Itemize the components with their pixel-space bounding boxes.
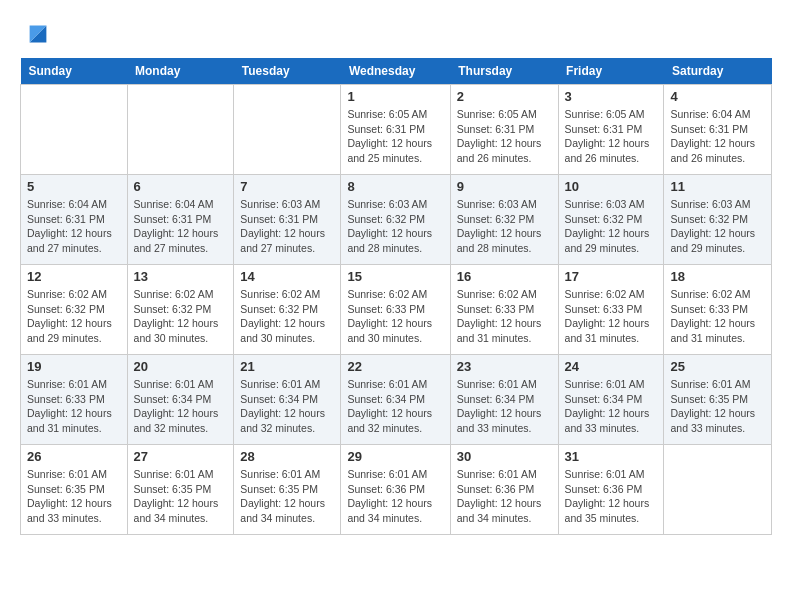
day-info: Sunrise: 6:03 AM Sunset: 6:32 PM Dayligh…: [347, 197, 443, 256]
day-number: 11: [670, 179, 765, 194]
day-info: Sunrise: 6:05 AM Sunset: 6:31 PM Dayligh…: [457, 107, 552, 166]
day-number: 22: [347, 359, 443, 374]
day-number: 10: [565, 179, 658, 194]
day-number: 7: [240, 179, 334, 194]
day-number: 25: [670, 359, 765, 374]
day-number: 20: [134, 359, 228, 374]
day-number: 3: [565, 89, 658, 104]
calendar-cell: [21, 85, 128, 175]
day-number: 27: [134, 449, 228, 464]
day-number: 2: [457, 89, 552, 104]
calendar-cell: 18Sunrise: 6:02 AM Sunset: 6:33 PM Dayli…: [664, 265, 772, 355]
calendar-week-row: 19Sunrise: 6:01 AM Sunset: 6:33 PM Dayli…: [21, 355, 772, 445]
weekday-header: Saturday: [664, 58, 772, 85]
weekday-header: Wednesday: [341, 58, 450, 85]
day-number: 6: [134, 179, 228, 194]
day-info: Sunrise: 6:01 AM Sunset: 6:35 PM Dayligh…: [134, 467, 228, 526]
day-number: 8: [347, 179, 443, 194]
calendar-cell: 1Sunrise: 6:05 AM Sunset: 6:31 PM Daylig…: [341, 85, 450, 175]
day-number: 4: [670, 89, 765, 104]
day-info: Sunrise: 6:03 AM Sunset: 6:32 PM Dayligh…: [457, 197, 552, 256]
day-info: Sunrise: 6:01 AM Sunset: 6:34 PM Dayligh…: [457, 377, 552, 436]
calendar-cell: 4Sunrise: 6:04 AM Sunset: 6:31 PM Daylig…: [664, 85, 772, 175]
day-info: Sunrise: 6:01 AM Sunset: 6:34 PM Dayligh…: [240, 377, 334, 436]
calendar-cell: 19Sunrise: 6:01 AM Sunset: 6:33 PM Dayli…: [21, 355, 128, 445]
calendar-cell: 31Sunrise: 6:01 AM Sunset: 6:36 PM Dayli…: [558, 445, 664, 535]
day-info: Sunrise: 6:02 AM Sunset: 6:33 PM Dayligh…: [347, 287, 443, 346]
day-info: Sunrise: 6:01 AM Sunset: 6:35 PM Dayligh…: [670, 377, 765, 436]
day-number: 26: [27, 449, 121, 464]
calendar-cell: 29Sunrise: 6:01 AM Sunset: 6:36 PM Dayli…: [341, 445, 450, 535]
calendar-cell: 5Sunrise: 6:04 AM Sunset: 6:31 PM Daylig…: [21, 175, 128, 265]
day-number: 24: [565, 359, 658, 374]
day-info: Sunrise: 6:01 AM Sunset: 6:35 PM Dayligh…: [240, 467, 334, 526]
day-info: Sunrise: 6:02 AM Sunset: 6:32 PM Dayligh…: [27, 287, 121, 346]
day-info: Sunrise: 6:01 AM Sunset: 6:36 PM Dayligh…: [347, 467, 443, 526]
day-number: 18: [670, 269, 765, 284]
page-header: [20, 20, 772, 48]
calendar-cell: 24Sunrise: 6:01 AM Sunset: 6:34 PM Dayli…: [558, 355, 664, 445]
day-number: 30: [457, 449, 552, 464]
calendar-week-row: 1Sunrise: 6:05 AM Sunset: 6:31 PM Daylig…: [21, 85, 772, 175]
day-info: Sunrise: 6:03 AM Sunset: 6:31 PM Dayligh…: [240, 197, 334, 256]
weekday-header: Monday: [127, 58, 234, 85]
weekday-header: Friday: [558, 58, 664, 85]
calendar-cell: 3Sunrise: 6:05 AM Sunset: 6:31 PM Daylig…: [558, 85, 664, 175]
calendar-cell: [127, 85, 234, 175]
calendar-cell: 14Sunrise: 6:02 AM Sunset: 6:32 PM Dayli…: [234, 265, 341, 355]
calendar-cell: 20Sunrise: 6:01 AM Sunset: 6:34 PM Dayli…: [127, 355, 234, 445]
day-info: Sunrise: 6:01 AM Sunset: 6:36 PM Dayligh…: [457, 467, 552, 526]
calendar-cell: 6Sunrise: 6:04 AM Sunset: 6:31 PM Daylig…: [127, 175, 234, 265]
calendar-cell: [234, 85, 341, 175]
day-info: Sunrise: 6:03 AM Sunset: 6:32 PM Dayligh…: [670, 197, 765, 256]
day-number: 13: [134, 269, 228, 284]
calendar-week-row: 26Sunrise: 6:01 AM Sunset: 6:35 PM Dayli…: [21, 445, 772, 535]
calendar-cell: 21Sunrise: 6:01 AM Sunset: 6:34 PM Dayli…: [234, 355, 341, 445]
calendar-cell: 2Sunrise: 6:05 AM Sunset: 6:31 PM Daylig…: [450, 85, 558, 175]
calendar-cell: 9Sunrise: 6:03 AM Sunset: 6:32 PM Daylig…: [450, 175, 558, 265]
calendar-cell: 15Sunrise: 6:02 AM Sunset: 6:33 PM Dayli…: [341, 265, 450, 355]
calendar-cell: 7Sunrise: 6:03 AM Sunset: 6:31 PM Daylig…: [234, 175, 341, 265]
calendar-cell: 16Sunrise: 6:02 AM Sunset: 6:33 PM Dayli…: [450, 265, 558, 355]
day-info: Sunrise: 6:01 AM Sunset: 6:34 PM Dayligh…: [565, 377, 658, 436]
day-info: Sunrise: 6:01 AM Sunset: 6:34 PM Dayligh…: [347, 377, 443, 436]
day-info: Sunrise: 6:04 AM Sunset: 6:31 PM Dayligh…: [670, 107, 765, 166]
day-info: Sunrise: 6:04 AM Sunset: 6:31 PM Dayligh…: [27, 197, 121, 256]
day-info: Sunrise: 6:03 AM Sunset: 6:32 PM Dayligh…: [565, 197, 658, 256]
calendar-cell: 12Sunrise: 6:02 AM Sunset: 6:32 PM Dayli…: [21, 265, 128, 355]
day-number: 9: [457, 179, 552, 194]
day-number: 29: [347, 449, 443, 464]
day-info: Sunrise: 6:01 AM Sunset: 6:34 PM Dayligh…: [134, 377, 228, 436]
day-number: 14: [240, 269, 334, 284]
weekday-header-row: SundayMondayTuesdayWednesdayThursdayFrid…: [21, 58, 772, 85]
day-info: Sunrise: 6:04 AM Sunset: 6:31 PM Dayligh…: [134, 197, 228, 256]
calendar-cell: 26Sunrise: 6:01 AM Sunset: 6:35 PM Dayli…: [21, 445, 128, 535]
day-info: Sunrise: 6:02 AM Sunset: 6:33 PM Dayligh…: [457, 287, 552, 346]
calendar-cell: 11Sunrise: 6:03 AM Sunset: 6:32 PM Dayli…: [664, 175, 772, 265]
day-info: Sunrise: 6:02 AM Sunset: 6:32 PM Dayligh…: [240, 287, 334, 346]
day-number: 19: [27, 359, 121, 374]
weekday-header: Tuesday: [234, 58, 341, 85]
day-info: Sunrise: 6:05 AM Sunset: 6:31 PM Dayligh…: [565, 107, 658, 166]
calendar-cell: 28Sunrise: 6:01 AM Sunset: 6:35 PM Dayli…: [234, 445, 341, 535]
day-number: 31: [565, 449, 658, 464]
calendar-cell: 27Sunrise: 6:01 AM Sunset: 6:35 PM Dayli…: [127, 445, 234, 535]
calendar-cell: [664, 445, 772, 535]
weekday-header: Sunday: [21, 58, 128, 85]
calendar-cell: 25Sunrise: 6:01 AM Sunset: 6:35 PM Dayli…: [664, 355, 772, 445]
day-number: 28: [240, 449, 334, 464]
calendar-week-row: 12Sunrise: 6:02 AM Sunset: 6:32 PM Dayli…: [21, 265, 772, 355]
day-number: 1: [347, 89, 443, 104]
day-number: 12: [27, 269, 121, 284]
calendar: SundayMondayTuesdayWednesdayThursdayFrid…: [20, 58, 772, 535]
day-number: 21: [240, 359, 334, 374]
calendar-week-row: 5Sunrise: 6:04 AM Sunset: 6:31 PM Daylig…: [21, 175, 772, 265]
day-info: Sunrise: 6:02 AM Sunset: 6:32 PM Dayligh…: [134, 287, 228, 346]
calendar-cell: 17Sunrise: 6:02 AM Sunset: 6:33 PM Dayli…: [558, 265, 664, 355]
day-number: 16: [457, 269, 552, 284]
day-info: Sunrise: 6:01 AM Sunset: 6:35 PM Dayligh…: [27, 467, 121, 526]
calendar-cell: 8Sunrise: 6:03 AM Sunset: 6:32 PM Daylig…: [341, 175, 450, 265]
calendar-cell: 23Sunrise: 6:01 AM Sunset: 6:34 PM Dayli…: [450, 355, 558, 445]
calendar-cell: 30Sunrise: 6:01 AM Sunset: 6:36 PM Dayli…: [450, 445, 558, 535]
calendar-cell: 10Sunrise: 6:03 AM Sunset: 6:32 PM Dayli…: [558, 175, 664, 265]
